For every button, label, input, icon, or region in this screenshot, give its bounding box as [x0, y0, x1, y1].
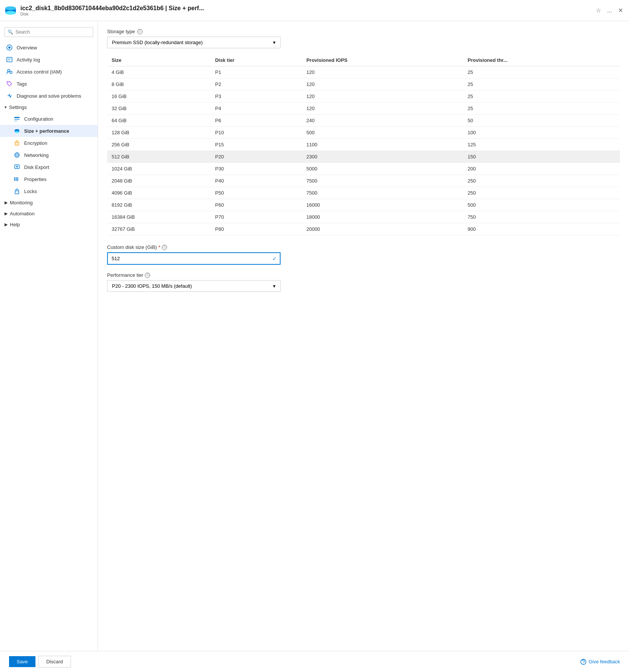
cell-throughput: 100	[463, 127, 620, 139]
storage-type-value: Premium SSD (locally-redundant storage)	[112, 40, 203, 45]
feedback-label: Give feedback	[589, 659, 620, 664]
sidebar-item-properties[interactable]: Properties	[0, 173, 98, 185]
sidebar-section-label: Automation	[10, 211, 35, 216]
sidebar-item-encryption[interactable]: Encryption	[0, 137, 98, 149]
cell-tier: P60	[210, 199, 302, 211]
cell-tier: P1	[210, 66, 302, 78]
save-button[interactable]: Save	[9, 656, 35, 667]
iam-icon	[6, 68, 13, 75]
cell-throughput: 125	[463, 139, 620, 151]
cell-size: 1024 GiB	[107, 163, 210, 175]
table-row[interactable]: 32767 GiBP8020000900	[107, 223, 620, 235]
sidebar-section-label: Monitoring	[10, 200, 33, 206]
sidebar-item-tags[interactable]: Tags	[0, 78, 98, 90]
table-row[interactable]: 32 GiBP412025	[107, 103, 620, 115]
sidebar-item-label: Networking	[24, 152, 93, 158]
cell-iops: 500	[302, 127, 463, 139]
cell-tier: P40	[210, 175, 302, 187]
networking-icon	[14, 152, 20, 158]
sidebar-item-overview[interactable]: Overview	[0, 41, 98, 54]
table-header-row: Size Disk tier Provisioned IOPS Provisio…	[107, 54, 620, 66]
discard-button[interactable]: Discard	[38, 656, 71, 667]
cell-iops: 2300	[302, 151, 463, 163]
cell-size: 16 GiB	[107, 91, 210, 103]
table-row[interactable]: 4096 GiBP507500250	[107, 187, 620, 199]
table-row[interactable]: 256 GiBP151100125	[107, 139, 620, 151]
sidebar-item-label: Diagnose and solve problems	[17, 93, 93, 99]
table-row[interactable]: 16 GiBP312025	[107, 91, 620, 103]
sidebar-section-help[interactable]: ▶ Help	[0, 219, 98, 230]
table-row[interactable]: 64 GiBP624050	[107, 115, 620, 127]
cell-iops: 7500	[302, 187, 463, 199]
table-row[interactable]: 16384 GiBP7018000750	[107, 211, 620, 223]
storage-type-info-icon[interactable]: ⓘ	[137, 29, 143, 34]
sidebar-item-diagnose[interactable]: Diagnose and solve problems	[0, 90, 98, 102]
cell-iops: 120	[302, 66, 463, 78]
cell-throughput: 500	[463, 199, 620, 211]
close-button[interactable]: ✕	[617, 5, 624, 15]
chevron-down-icon: ▾	[273, 283, 276, 289]
chevron-down-icon: ▾	[5, 105, 7, 110]
sidebar-item-label: Properties	[24, 176, 93, 182]
performance-tier-dropdown[interactable]: P20 - 2300 IOPS, 150 MB/s (default) ▾	[107, 280, 281, 292]
table-row[interactable]: 8192 GiBP6016000500	[107, 199, 620, 211]
cell-iops: 7500	[302, 175, 463, 187]
resource-type: Disk	[20, 12, 204, 16]
star-button[interactable]: ☆	[594, 5, 603, 15]
svg-rect-22	[14, 177, 15, 181]
search-input[interactable]	[5, 27, 93, 37]
sidebar-item-locks[interactable]: Locks	[0, 185, 98, 197]
custom-disk-label: Custom disk size (GiB) * ⓘ	[107, 244, 620, 250]
table-row[interactable]: 512 GiBP202300150	[107, 151, 620, 163]
locks-icon	[14, 188, 20, 195]
config-icon	[14, 115, 20, 122]
cell-iops: 120	[302, 78, 463, 91]
sidebar-item-size-performance[interactable]: Size + performance	[0, 125, 98, 137]
table-row[interactable]: 4 GiBP112025	[107, 66, 620, 78]
checkmark-icon: ✓	[272, 256, 277, 262]
more-button[interactable]: ...	[606, 6, 614, 15]
cell-tier: P70	[210, 211, 302, 223]
sidebar-section-settings[interactable]: ▾ Settings	[0, 102, 98, 113]
sidebar-item-label: Encryption	[24, 140, 93, 146]
sidebar-item-activity-log[interactable]: Activity log	[0, 54, 98, 66]
sidebar-item-disk-export[interactable]: Disk Export	[0, 161, 98, 173]
sidebar-item-label: Overview	[17, 45, 93, 51]
table-row[interactable]: 1024 GiBP305000200	[107, 163, 620, 175]
svg-point-3	[5, 6, 16, 10]
disk-size-table: Size Disk tier Provisioned IOPS Provisio…	[107, 54, 620, 235]
sidebar-item-label: Size + performance	[24, 128, 93, 134]
cell-throughput: 250	[463, 187, 620, 199]
custom-disk-info-icon[interactable]: ⓘ	[162, 245, 167, 250]
cell-iops: 120	[302, 103, 463, 115]
sidebar-item-access-control[interactable]: Access control (IAM)	[0, 66, 98, 78]
cell-size: 256 GiB	[107, 139, 210, 151]
svg-rect-14	[14, 121, 17, 121]
page-title: icc2_disk1_8b0d8306710444eba90d2c1d2e536…	[20, 5, 204, 12]
export-icon	[14, 164, 20, 170]
custom-disk-input[interactable]	[107, 252, 281, 265]
chevron-right-icon: ▶	[5, 222, 8, 227]
cell-tier: P6	[210, 115, 302, 127]
sidebar-section-label: Settings	[9, 104, 27, 110]
performance-tier-info-icon[interactable]: ⓘ	[145, 273, 150, 278]
sidebar-section-automation[interactable]: ▶ Automation	[0, 208, 98, 219]
required-indicator: *	[158, 244, 160, 250]
sidebar-item-configuration[interactable]: Configuration	[0, 113, 98, 125]
storage-type-dropdown[interactable]: Premium SSD (locally-redundant storage) …	[107, 37, 281, 48]
performance-tier-group: Performance tier ⓘ P20 - 2300 IOPS, 150 …	[107, 272, 620, 292]
svg-rect-24	[17, 177, 18, 181]
resource-icon	[5, 5, 17, 17]
cell-tier: P2	[210, 78, 302, 91]
feedback-icon	[580, 659, 586, 665]
table-row[interactable]: 2048 GiBP407500250	[107, 175, 620, 187]
cell-throughput: 250	[463, 175, 620, 187]
give-feedback-button[interactable]: Give feedback	[580, 659, 620, 665]
cell-size: 2048 GiB	[107, 175, 210, 187]
table-row[interactable]: 128 GiBP10500100	[107, 127, 620, 139]
table-row[interactable]: 8 GiBP212025	[107, 78, 620, 91]
sidebar-section-monitoring[interactable]: ▶ Monitoring	[0, 197, 98, 208]
cell-size: 512 GiB	[107, 151, 210, 163]
sidebar-item-networking[interactable]: Networking	[0, 149, 98, 161]
cell-throughput: 25	[463, 66, 620, 78]
